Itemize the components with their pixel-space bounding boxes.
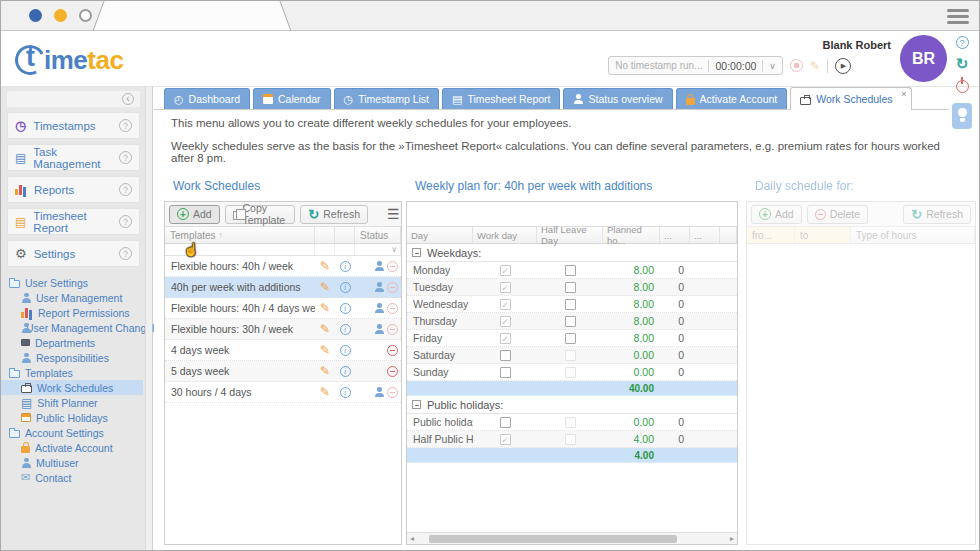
info-icon[interactable]: i (340, 366, 351, 377)
weekly-row[interactable]: Friday8.000 (407, 330, 737, 347)
column-header-edit[interactable] (315, 227, 335, 243)
assigned-user-icon[interactable] (374, 303, 384, 313)
scrollbar-thumb[interactable] (429, 535, 677, 543)
tab-dashboard[interactable]: Dashboard (164, 88, 250, 109)
tree-item-account-settings[interactable]: Account Settings (1, 425, 143, 440)
weekly-row[interactable]: Wednesday8.000 (407, 296, 737, 313)
sidebar-item-timestamps[interactable]: ◷ Timestamps ? (7, 112, 140, 139)
checkbox[interactable] (565, 265, 576, 276)
sidebar-scrollbar[interactable] (145, 87, 152, 550)
edit-icon[interactable]: ✎ (320, 323, 330, 335)
column-header-from[interactable]: fro... (747, 227, 795, 243)
tab-status-overview[interactable]: Status overview (563, 88, 672, 109)
template-row[interactable]: 30 hours / 4 days ✎ i (165, 382, 401, 403)
template-row[interactable]: Flexible hours: 40h / 4 days week ✎ i (165, 298, 401, 319)
tree-item-public-holidays[interactable]: Public Holidays (1, 410, 143, 425)
column-header-type[interactable]: Type of hours (851, 227, 975, 243)
tree-item-user-management-changelog[interactable]: User Management Changelog (1, 320, 143, 335)
collapse-icon[interactable] (412, 400, 421, 409)
edit-icon[interactable]: ✎ (320, 302, 330, 314)
weekly-row[interactable]: Saturday0.000 (407, 347, 737, 364)
weekly-column-header[interactable]: Half Leave Day (537, 227, 603, 243)
horizontal-scrollbar[interactable]: ◂ ▸ (407, 532, 737, 544)
info-icon[interactable]: i (340, 345, 351, 356)
weekly-column-header[interactable]: Planned ho... (603, 227, 660, 243)
tab-activate-account[interactable]: Activate Account (676, 88, 788, 109)
edit-icon[interactable]: ✎ (320, 281, 330, 293)
sidebar-item-timesheet-report[interactable]: ▤ Timesheet Report ? (7, 208, 140, 235)
template-row[interactable]: 5 days week ✎ i (165, 361, 401, 382)
tree-item-work-schedules[interactable]: Work Schedules (1, 380, 143, 395)
status-filter[interactable]: ∨ (355, 244, 401, 255)
tree-item-shift-planner[interactable]: ▤ Shift Planner (1, 395, 143, 410)
weekly-row[interactable]: Sunday0.000 (407, 364, 737, 381)
weekly-row[interactable]: Thursday8.000 (407, 313, 737, 330)
template-row[interactable]: 40h per week with additions ✎ i (165, 277, 401, 298)
assigned-user-icon[interactable] (374, 282, 384, 292)
refresh-button[interactable]: ↻ Refresh (903, 205, 971, 224)
column-header-status[interactable]: Status (355, 227, 401, 243)
close-icon[interactable]: × (901, 89, 906, 99)
column-header-to[interactable]: to (795, 227, 851, 243)
template-row[interactable]: 4 days week ✎ i (165, 340, 401, 361)
edit-icon[interactable]: ✎ (320, 344, 330, 356)
window-control-dot[interactable] (54, 9, 67, 22)
weekly-row[interactable]: Public holiday0.000 (407, 414, 737, 431)
tree-item-templates[interactable]: Templates (1, 365, 143, 380)
info-icon[interactable]: i (340, 324, 351, 335)
refresh-icon[interactable]: ↻ (956, 56, 969, 71)
weekly-row[interactable]: Tuesday8.000 (407, 279, 737, 296)
checkbox[interactable] (500, 350, 511, 361)
sidebar-item-task-management[interactable]: ▤ Task Management ? (7, 144, 140, 171)
scroll-left-icon[interactable]: ◂ (410, 534, 414, 543)
column-header-info[interactable] (335, 227, 355, 243)
column-header-templates[interactable]: Templates ↑ (165, 227, 315, 243)
help-icon[interactable]: ? (119, 119, 132, 132)
template-row[interactable]: Flexible hours: 40h / week ✎ i (165, 256, 401, 277)
assigned-user-icon[interactable] (374, 387, 384, 397)
tab-calendar[interactable]: Calendar (253, 88, 331, 109)
deactivate-icon[interactable] (387, 303, 398, 314)
list-menu-icon[interactable]: ☰ (387, 207, 400, 221)
weekly-row[interactable]: Half Public Holid...4.000 (407, 431, 737, 448)
tree-item-activate-account[interactable]: Activate Account (1, 440, 143, 455)
deactivate-icon[interactable] (387, 261, 398, 272)
info-icon[interactable]: i (340, 387, 351, 398)
scroll-right-icon[interactable]: ▸ (730, 534, 734, 543)
deactivate-icon[interactable] (387, 387, 398, 398)
weekly-column-header[interactable]: Work day (473, 227, 537, 243)
checkbox[interactable] (565, 316, 576, 327)
group-row[interactable]: Weekdays: (407, 244, 737, 262)
tree-item-user-management[interactable]: User Management (1, 290, 143, 305)
weekly-column-header[interactable]: ... (660, 227, 690, 243)
checkbox[interactable] (565, 299, 576, 310)
collapse-icon[interactable] (412, 248, 421, 257)
sidebar-item-settings[interactable]: ⚙ Settings ? (7, 240, 140, 267)
weekly-column-header[interactable]: ... (690, 227, 720, 243)
tree-item-responsibilities[interactable]: Responsibilities (1, 350, 143, 365)
group-row[interactable]: Public holidays: (407, 396, 737, 414)
info-icon[interactable]: i (340, 303, 351, 314)
tree-item-multiuser[interactable]: Multiuser (1, 455, 143, 470)
start-timestamp-button[interactable]: ▶ (835, 58, 851, 74)
help-icon[interactable]: ? (956, 36, 969, 49)
tree-item-contact[interactable]: ✉ Contact (1, 470, 143, 485)
help-icon[interactable]: ? (119, 215, 132, 228)
assigned-user-icon[interactable] (374, 261, 384, 271)
template-row[interactable]: Flexible hours: 30h / week ✎ i (165, 319, 401, 340)
edit-timestamp-icon[interactable]: ✎ (810, 60, 820, 72)
tree-item-departments[interactable]: Departments (1, 335, 143, 350)
lightbulb-button[interactable] (952, 103, 972, 129)
edit-icon[interactable]: ✎ (320, 365, 330, 377)
add-button[interactable]: + Add (751, 205, 802, 224)
edit-icon[interactable]: ✎ (320, 260, 330, 272)
delete-button[interactable]: Delete (807, 205, 868, 224)
avatar[interactable]: BR (900, 35, 947, 82)
tab-work-schedules[interactable]: Work Schedules × (790, 87, 911, 110)
browser-menu-icon[interactable] (947, 6, 969, 27)
checkbox[interactable] (565, 333, 576, 344)
deactivate-icon[interactable] (387, 324, 398, 335)
sidebar-item-reports[interactable]: Reports ? (7, 176, 140, 203)
logout-power-icon[interactable] (956, 80, 969, 93)
window-control-dot[interactable] (79, 9, 92, 22)
